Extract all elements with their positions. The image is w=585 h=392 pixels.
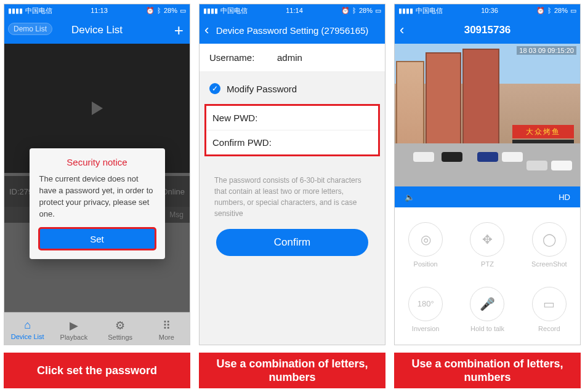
- ctrl-talk[interactable]: 🎤Hold to talk: [470, 287, 504, 332]
- modal-body: The current device does not have a passw…: [39, 174, 155, 220]
- caption-2: Use a combination of letters, numbers: [199, 353, 385, 388]
- building: [462, 49, 499, 157]
- car: [526, 161, 547, 170]
- tab-device-list[interactable]: ⌂Device List: [4, 313, 50, 345]
- tab-label: Device List: [11, 333, 44, 340]
- ctrl-inversion[interactable]: 180°Inversion: [408, 287, 443, 332]
- battery-icon: ▭: [375, 7, 381, 15]
- signal-icon: ▮▮▮▮: [203, 7, 218, 15]
- ctrl-label: ScreenShot: [531, 260, 567, 268]
- tab-playback[interactable]: ▶Playback: [50, 313, 97, 345]
- header: ‹ Device Password Setting (27956165): [200, 17, 385, 44]
- checkmark-icon: ✓: [209, 83, 220, 94]
- caption-1: Click set the password: [4, 353, 190, 388]
- clock: 11:14: [286, 7, 303, 14]
- back-icon[interactable]: ‹: [204, 22, 209, 38]
- battery-pct: 28%: [554, 7, 568, 14]
- modal-title: Security notice: [39, 157, 155, 167]
- car: [502, 152, 523, 162]
- mute-icon[interactable]: 🔈: [405, 193, 414, 202]
- building: [396, 61, 424, 157]
- ctrl-ptz[interactable]: ✥PTZ: [470, 222, 504, 268]
- demo-list-pill[interactable]: Demo List: [8, 23, 52, 35]
- bluetooth-icon: ᛒ: [157, 7, 161, 14]
- signal-icon: ▮▮▮▮: [398, 7, 413, 15]
- ctrl-label: Inversion: [412, 325, 440, 332]
- password-fields-group: New PWD: Confirm PWD:: [204, 104, 380, 156]
- ctrl-screenshot[interactable]: ◯ScreenShot: [531, 222, 567, 268]
- carrier: 中国电信: [25, 6, 52, 15]
- gear-icon: ⚙: [115, 319, 125, 332]
- home-icon: ⌂: [24, 319, 31, 332]
- alarm-icon: ⏰: [536, 7, 545, 15]
- modify-password-label: Modify Password: [227, 84, 297, 94]
- carrier: 中国电信: [416, 6, 443, 15]
- inversion-icon: 180°: [408, 287, 443, 321]
- tab-label: Settings: [108, 334, 132, 341]
- ctrl-position[interactable]: ◎Position: [408, 222, 443, 268]
- position-icon: ◎: [408, 222, 443, 257]
- bluetooth-icon: ᛒ: [547, 7, 552, 14]
- page-title: Device List: [71, 24, 123, 36]
- bluetooth-icon: ᛒ: [352, 7, 357, 14]
- page-title: Device Password Setting (27956165): [216, 25, 369, 36]
- add-device-icon[interactable]: +: [174, 21, 184, 40]
- battery-pct: 28%: [359, 7, 373, 14]
- modify-password-row[interactable]: ✓ Modify Password: [200, 72, 385, 103]
- ctrl-record[interactable]: ▭Record: [532, 287, 567, 332]
- new-pwd-label: New PWD:: [212, 113, 257, 123]
- page-title: 30915736: [464, 24, 511, 36]
- security-notice-modal: Security notice The current device does …: [30, 148, 165, 259]
- car: [477, 152, 498, 162]
- ctrl-label: PTZ: [481, 260, 494, 268]
- ctrl-label: Record: [538, 325, 560, 332]
- phone-1: ▮▮▮▮中国电信 11:13 ⏰ᛒ28%▭ Demo List Device L…: [4, 4, 190, 345]
- password-hint: The password consists of 6-30-bit charac…: [200, 156, 385, 228]
- car: [442, 152, 462, 162]
- more-icon: ⠿: [163, 319, 171, 332]
- status-bar: ▮▮▮▮中国电信 10:36 ⏰ᛒ28%▭: [395, 4, 580, 17]
- signal-icon: ▮▮▮▮: [8, 7, 23, 15]
- alarm-icon: ⏰: [341, 7, 350, 15]
- tab-label: Playback: [60, 334, 88, 341]
- camera-view[interactable]: 大众烤鱼 18 03 09 09:15:20: [395, 44, 580, 186]
- set-button[interactable]: Set: [39, 228, 155, 249]
- username-value: admin: [277, 52, 302, 63]
- car: [551, 161, 572, 170]
- hd-toggle[interactable]: HD: [559, 193, 570, 202]
- back-icon[interactable]: ‹: [400, 22, 404, 38]
- confirm-pwd-row[interactable]: Confirm PWD:: [206, 130, 378, 154]
- new-pwd-row[interactable]: New PWD:: [206, 106, 378, 130]
- video-toolbar: 🔈 HD: [395, 186, 580, 207]
- car: [413, 152, 434, 162]
- battery-pct: 28%: [164, 7, 177, 14]
- password-setting-body: Username: admin ✓ Modify Password New PW…: [200, 44, 385, 345]
- ctrl-label: Position: [414, 260, 438, 268]
- phone-2: ▮▮▮▮中国电信 11:14 ⏰ᛒ28%▭ ‹ Device Password …: [199, 4, 385, 345]
- building: [426, 52, 461, 157]
- ptz-icon: ✥: [470, 222, 504, 257]
- playback-icon: ▶: [70, 319, 78, 332]
- tab-bar: ⌂Device List ▶Playback ⚙Settings ⠿More: [4, 312, 190, 345]
- record-icon: ▭: [532, 287, 567, 321]
- confirm-button[interactable]: Confirm: [216, 229, 368, 256]
- status-bar: ▮▮▮▮中国电信 11:13 ⏰ᛒ28%▭: [4, 4, 190, 17]
- ctrl-label: Hold to talk: [470, 325, 504, 332]
- camera-timestamp: 18 03 09 09:15:20: [517, 46, 576, 55]
- tab-label: More: [159, 334, 174, 341]
- caption-3: Use a combination of letters, numbers: [394, 353, 581, 388]
- store-sign: 大众烤鱼: [512, 125, 574, 138]
- carrier: 中国电信: [220, 6, 248, 15]
- live-view-body: 大众烤鱼 18 03 09 09:15:20 🔈 HD ◎Positi: [395, 44, 580, 345]
- mic-icon: 🎤: [470, 287, 504, 321]
- clock: 11:13: [91, 7, 108, 14]
- tab-settings[interactable]: ⚙Settings: [97, 313, 143, 345]
- phone-3: ▮▮▮▮中国电信 10:36 ⏰ᛒ28%▭ ‹ 30915736 大众烤鱼: [394, 4, 581, 345]
- controls-grid: ◎Position ✥PTZ ◯ScreenShot 180°Inversion…: [395, 207, 580, 345]
- battery-icon: ▭: [180, 7, 186, 15]
- device-list-body: ID:27956165 LANOnline Alarm Msg Security…: [4, 44, 190, 345]
- header: ‹ 30915736: [395, 17, 580, 44]
- confirm-pwd-label: Confirm PWD:: [212, 137, 272, 148]
- username-label: Username:: [209, 52, 277, 63]
- tab-more[interactable]: ⠿More: [143, 313, 190, 345]
